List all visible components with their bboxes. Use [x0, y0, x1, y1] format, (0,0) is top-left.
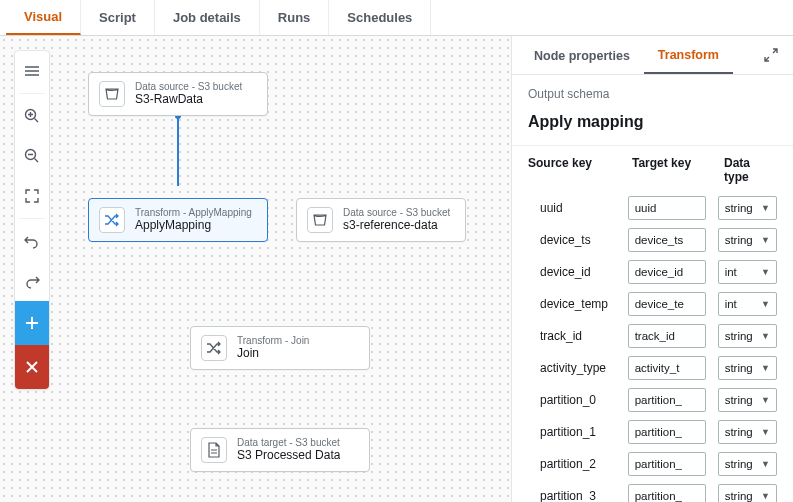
source-key-label: partition_0 — [540, 393, 616, 407]
source-key-label: device_temp — [540, 297, 616, 311]
target-key-input[interactable] — [628, 420, 706, 444]
chevron-down-icon: ▼ — [761, 267, 770, 277]
source-key-label: device_ts — [540, 233, 616, 247]
node-s3-processed[interactable]: Data target - S3 bucket S3 Processed Dat… — [190, 428, 370, 472]
mapping-row: device_tempint▼ — [512, 288, 793, 320]
chevron-down-icon: ▼ — [761, 427, 770, 437]
mapping-row: device_tsstring▼ — [512, 224, 793, 256]
data-type-select[interactable]: int▼ — [718, 260, 777, 284]
top-tabs: Visual Script Job details Runs Schedules — [0, 0, 793, 36]
mapping-row: uuidstring▼ — [512, 192, 793, 224]
mapping-header: Source key Target key Data type — [512, 146, 793, 192]
source-key-label: partition_1 — [540, 425, 616, 439]
panel-tab-node-properties[interactable]: Node properties — [520, 37, 644, 73]
add-node-button[interactable] — [15, 301, 49, 345]
data-type-select[interactable]: int▼ — [718, 292, 777, 316]
shuffle-icon — [99, 207, 125, 233]
visual-canvas[interactable]: Data source - S3 bucket S3-RawData Trans… — [0, 36, 511, 502]
node-s3-reference[interactable]: Data source - S3 bucket s3-reference-dat… — [296, 198, 466, 242]
mapping-row: partition_2string▼ — [512, 448, 793, 480]
target-key-input[interactable] — [628, 292, 706, 316]
chevron-down-icon: ▼ — [761, 363, 770, 373]
target-key-input[interactable] — [628, 484, 706, 502]
mapping-row: device_idint▼ — [512, 256, 793, 288]
chevron-down-icon: ▼ — [761, 395, 770, 405]
tab-schedules[interactable]: Schedules — [329, 0, 431, 35]
bucket-icon — [307, 207, 333, 233]
document-icon — [201, 437, 227, 463]
col-target-key: Target key — [632, 156, 712, 184]
data-type-select[interactable]: string▼ — [718, 388, 777, 412]
bucket-icon — [99, 81, 125, 107]
tab-script[interactable]: Script — [81, 0, 155, 35]
node-applymapping[interactable]: Transform - ApplyMapping ApplyMapping — [88, 198, 268, 242]
source-key-label: uuid — [540, 201, 616, 215]
data-type-select[interactable]: string▼ — [718, 228, 777, 252]
tab-runs[interactable]: Runs — [260, 0, 330, 35]
mapping-row: activity_typestring▼ — [512, 352, 793, 384]
target-key-input[interactable] — [628, 196, 706, 220]
mapping-row: partition_3string▼ — [512, 480, 793, 502]
tab-job-details[interactable]: Job details — [155, 0, 260, 35]
target-key-input[interactable] — [628, 228, 706, 252]
target-key-input[interactable] — [628, 356, 706, 380]
chevron-down-icon: ▼ — [761, 491, 770, 501]
mapping-row: partition_0string▼ — [512, 384, 793, 416]
zoom-out-icon[interactable] — [15, 136, 49, 176]
zoom-in-icon[interactable] — [15, 96, 49, 136]
data-type-select[interactable]: string▼ — [718, 324, 777, 348]
chevron-down-icon: ▼ — [761, 299, 770, 309]
mapping-row: partition_1string▼ — [512, 416, 793, 448]
panel-tab-transform[interactable]: Transform — [644, 36, 733, 74]
node-title-label: s3-reference-data — [343, 219, 450, 233]
node-s3-rawdata[interactable]: Data source - S3 bucket S3-RawData — [88, 72, 268, 116]
chevron-down-icon: ▼ — [761, 203, 770, 213]
expand-icon[interactable] — [757, 41, 785, 69]
mapping-row: track_idstring▼ — [512, 320, 793, 352]
source-key-label: activity_type — [540, 361, 616, 375]
chevron-down-icon: ▼ — [761, 235, 770, 245]
target-key-input[interactable] — [628, 388, 706, 412]
menu-icon[interactable] — [15, 51, 49, 91]
redo-icon[interactable] — [15, 261, 49, 301]
source-key-label: track_id — [540, 329, 616, 343]
source-key-label: device_id — [540, 265, 616, 279]
node-title-label: ApplyMapping — [135, 219, 252, 233]
data-type-select[interactable]: string▼ — [718, 420, 777, 444]
node-title-label: S3 Processed Data — [237, 449, 340, 463]
col-data-type: Data type — [724, 156, 777, 184]
target-key-input[interactable] — [628, 324, 706, 348]
col-source-key: Source key — [528, 156, 620, 184]
tab-visual[interactable]: Visual — [6, 0, 81, 35]
data-type-select[interactable]: string▼ — [718, 484, 777, 502]
properties-panel: Node properties Transform Output schema … — [511, 36, 793, 502]
canvas-toolbox — [14, 50, 50, 390]
shuffle-icon — [201, 335, 227, 361]
node-title-label: S3-RawData — [135, 93, 242, 107]
source-key-label: partition_3 — [540, 489, 616, 502]
panel-heading: Apply mapping — [512, 105, 793, 146]
data-type-select[interactable]: string▼ — [718, 196, 777, 220]
chevron-down-icon: ▼ — [761, 331, 770, 341]
target-key-input[interactable] — [628, 452, 706, 476]
data-type-select[interactable]: string▼ — [718, 452, 777, 476]
chevron-down-icon: ▼ — [761, 459, 770, 469]
output-schema-link[interactable]: Output schema — [512, 75, 793, 105]
source-key-label: partition_2 — [540, 457, 616, 471]
data-type-select[interactable]: string▼ — [718, 356, 777, 380]
fit-icon[interactable] — [15, 176, 49, 216]
delete-node-button[interactable] — [15, 345, 49, 389]
target-key-input[interactable] — [628, 260, 706, 284]
node-join[interactable]: Transform - Join Join — [190, 326, 370, 370]
node-title-label: Join — [237, 347, 309, 361]
undo-icon[interactable] — [15, 221, 49, 261]
mapping-rows: uuidstring▼device_tsstring▼device_idint▼… — [512, 192, 793, 502]
